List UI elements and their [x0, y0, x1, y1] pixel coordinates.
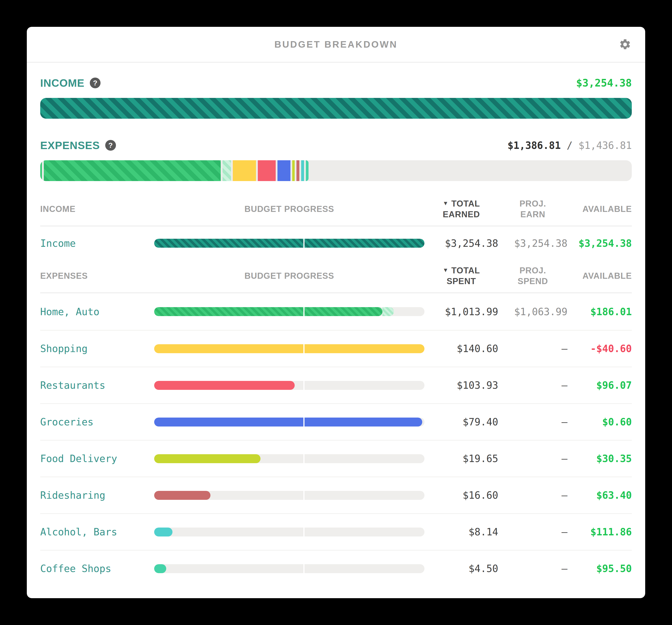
expense-row-label[interactable]: Alcohol, Bars	[40, 526, 154, 538]
expense-row-total: $8.14	[425, 526, 498, 538]
expenses-spent-value: $1,386.81	[508, 140, 561, 151]
page-title: BUDGET BREAKDOWN	[274, 39, 398, 50]
expense-row-label[interactable]: Coffee Shops	[40, 563, 154, 574]
expense-row-progress-bar	[154, 454, 425, 463]
expense-row-proj: –	[498, 526, 568, 538]
expense-row-total: $140.60	[425, 343, 498, 354]
expense-segment-food-delivery	[292, 160, 295, 181]
expense-row-fill	[154, 564, 166, 573]
expense-row-progress-bar	[154, 418, 425, 426]
expense-row-proj: –	[498, 379, 568, 391]
income-summary-row: INCOME ? $3,254.38	[40, 75, 632, 90]
expense-row-progress-bar	[154, 344, 425, 353]
expenses-separator: /	[561, 140, 578, 151]
expense-row-fill	[154, 454, 261, 463]
income-col-category: INCOME	[40, 204, 154, 215]
income-col-proj-earn: PROJ. EARN	[498, 199, 568, 220]
expense-row-progress-bar	[154, 491, 425, 500]
expense-row-label[interactable]: Ridesharing	[40, 489, 154, 501]
expense-row-groceries: Groceries $79.40 – $0.60	[40, 403, 632, 440]
income-row-fill	[154, 239, 425, 248]
expense-row-fill	[154, 307, 382, 316]
income-section-label: INCOME	[40, 77, 85, 89]
expense-row-shopping: Shopping $140.60 – -$40.60	[40, 330, 632, 367]
budget-breakdown-card: BUDGET BREAKDOWN INCOME ? $3,254.38 EXPE…	[27, 27, 645, 598]
expense-segment-restaurants	[258, 160, 275, 181]
income-col-progress: BUDGET PROGRESS	[154, 204, 425, 215]
expense-row-available: $95.50	[568, 563, 632, 574]
expense-row-fill	[154, 344, 425, 353]
card-header: BUDGET BREAKDOWN	[27, 27, 645, 63]
expense-row-progress-bar	[154, 381, 425, 390]
expense-row-fill	[154, 491, 211, 500]
sort-caret-icon: ▼	[443, 200, 449, 207]
expense-row-proj: $1,063.99	[498, 306, 568, 318]
expense-row-restaurants: Restaurants $103.93 – $96.07	[40, 367, 632, 403]
expense-row-total: $16.60	[425, 489, 498, 501]
expenses-col-total-spent[interactable]: ▼TOTAL SPENT	[425, 265, 498, 286]
expenses-overview-bar	[40, 160, 632, 181]
expense-row-proj: –	[498, 563, 568, 574]
expense-row-label[interactable]: Groceries	[40, 416, 154, 427]
income-row-total: $3,254.38	[425, 238, 498, 249]
expense-segment-ridesharing	[296, 160, 299, 181]
expense-segment-groceries	[278, 160, 291, 181]
expense-row-proj: –	[498, 343, 568, 354]
expense-row-proj: –	[498, 453, 568, 464]
expenses-col-progress: BUDGET PROGRESS	[154, 271, 425, 281]
expense-segment-coffee-shops	[306, 160, 309, 181]
expense-row-available: $186.01	[568, 306, 632, 318]
expense-row-ridesharing: Ridesharing $16.60 – $63.40	[40, 477, 632, 513]
expense-row-total: $1,013.99	[425, 306, 498, 318]
income-table-header: INCOME BUDGET PROGRESS ▼TOTAL EARNED PRO…	[40, 199, 632, 227]
expense-row-available: -$40.60	[568, 343, 632, 354]
expense-row-proj: –	[498, 489, 568, 501]
income-help-icon[interactable]: ?	[90, 77, 100, 88]
income-bar-fill	[40, 98, 632, 119]
income-col-available: AVAILABLE	[568, 204, 632, 215]
expense-row-available: $111.86	[568, 526, 632, 538]
expense-segment-home-auto-cap	[40, 160, 42, 181]
expense-row-alcohol-bars: Alcohol, Bars $8.14 – $111.86	[40, 513, 632, 550]
expenses-summary-row: EXPENSES ? $1,386.81 / $1,436.81	[40, 138, 632, 153]
gear-icon[interactable]	[619, 38, 631, 51]
expenses-budget-value: $1,436.81	[579, 140, 632, 151]
expense-row-fill	[154, 418, 422, 426]
income-col-total-earned[interactable]: ▼TOTAL EARNED	[425, 199, 498, 220]
expense-row-projected-fill	[382, 307, 394, 316]
expenses-col-available: AVAILABLE	[568, 271, 632, 281]
expense-row-label[interactable]: Restaurants	[40, 379, 154, 391]
expense-row-label[interactable]: Food Delivery	[40, 453, 154, 464]
expense-row-available: $30.35	[568, 453, 632, 464]
expense-row-total: $4.50	[425, 563, 498, 574]
income-total-value: $3,254.38	[576, 77, 632, 89]
income-row-label[interactable]: Income	[40, 238, 154, 249]
expense-segment-shopping	[233, 160, 256, 181]
expense-row-total: $79.40	[425, 416, 498, 427]
expense-row-food-delivery: Food Delivery $19.65 – $30.35	[40, 440, 632, 477]
expenses-section-label: EXPENSES	[40, 139, 100, 152]
expense-segment-home-auto	[44, 160, 221, 181]
income-row-progress-bar	[154, 239, 425, 248]
expense-row-progress-bar	[154, 564, 425, 573]
expenses-table-header: EXPENSES BUDGET PROGRESS ▼TOTAL SPENT PR…	[40, 265, 632, 293]
expense-segment-alcohol-bars	[301, 160, 304, 181]
expenses-col-category: EXPENSES	[40, 271, 154, 281]
expense-row-total: $103.93	[425, 379, 498, 391]
expenses-col-proj-spend: PROJ. SPEND	[498, 265, 568, 286]
income-row-available: $3,254.38	[568, 238, 632, 249]
expense-row-proj: –	[498, 416, 568, 427]
expense-row-label[interactable]: Home, Auto	[40, 306, 154, 318]
expense-segment-home-auto-projected	[222, 160, 231, 181]
expenses-help-icon[interactable]: ?	[105, 140, 116, 151]
expense-row-home-auto: Home, Auto $1,013.99 $1,063.99 $186.01	[40, 293, 632, 330]
expense-row-label[interactable]: Shopping	[40, 343, 154, 354]
income-row: Income $3,254.38 $3,254.38 $3,254.38	[40, 227, 632, 260]
expenses-summary-values: $1,386.81 / $1,436.81	[508, 140, 632, 151]
expense-row-available: $0.60	[568, 416, 632, 427]
expense-row-fill	[154, 381, 295, 390]
expense-row-available: $96.07	[568, 379, 632, 391]
expense-row-progress-bar	[154, 528, 425, 536]
expense-row-coffee-shops: Coffee Shops $4.50 – $95.50	[40, 550, 632, 586]
expense-row-fill	[154, 528, 172, 536]
